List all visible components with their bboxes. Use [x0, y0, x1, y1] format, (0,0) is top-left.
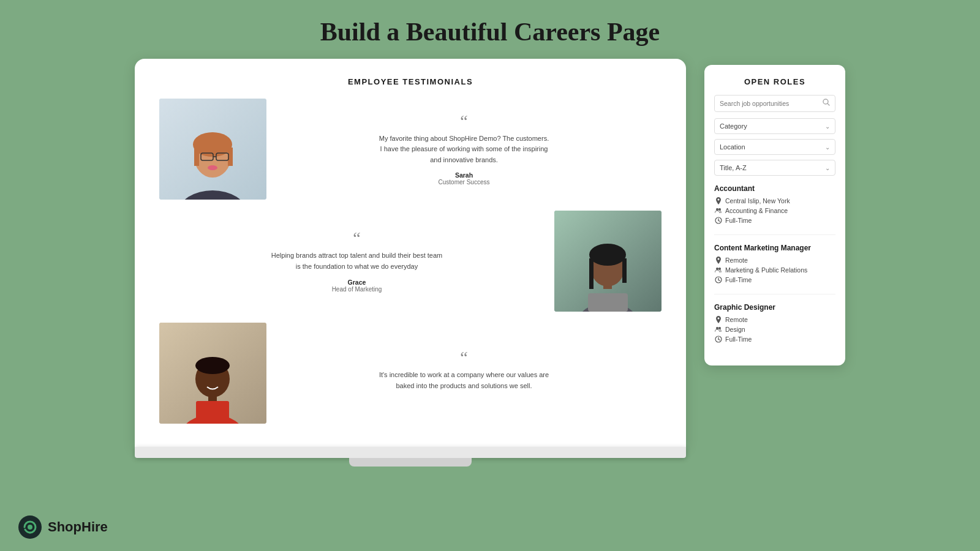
- clock-icon: [714, 335, 722, 343]
- quote-mark-grace: “: [178, 230, 536, 247]
- logo-text: ShopHire: [48, 519, 108, 535]
- department-icon: [714, 206, 722, 214]
- search-icon: [823, 99, 830, 108]
- sort-filter[interactable]: Title, A-Z ⌄: [714, 160, 835, 176]
- quote-role-grace: Head of Marketing: [178, 286, 536, 293]
- category-label: Category: [720, 122, 747, 130]
- clock-icon: [714, 216, 722, 224]
- chevron-down-icon: ⌄: [825, 123, 830, 130]
- job-location-detail: Central Islip, New York: [714, 197, 835, 204]
- laptop-stand: [349, 458, 472, 467]
- quote-body-grace: Helping brands attract top talent and bu…: [271, 250, 443, 272]
- quote-name-sarah: Sarah: [285, 171, 643, 179]
- laptop-base: [135, 447, 686, 458]
- svg-line-34: [718, 220, 720, 221]
- testimonial-photo-grace: [554, 211, 662, 312]
- svg-point-11: [208, 165, 217, 170]
- svg-line-44: [718, 339, 720, 340]
- quote-name-grace: Grace: [178, 279, 536, 286]
- search-input[interactable]: [720, 100, 823, 107]
- category-filter[interactable]: Category ⌄: [714, 118, 835, 134]
- job-department-text: Accounting & Finance: [725, 207, 788, 214]
- quote-body-man: It's incredible to work at a company whe…: [379, 370, 550, 391]
- svg-point-30: [716, 208, 718, 211]
- shophire-logo: ShopHire: [18, 515, 108, 539]
- department-icon: [714, 325, 722, 333]
- testimonials-heading: EMPLOYEE TESTIMONIALS: [159, 77, 662, 86]
- svg-rect-27: [196, 401, 229, 424]
- job-location-detail: Remote: [714, 256, 835, 264]
- job-listing-graphic-designer[interactable]: Graphic Designer Remote: [714, 303, 835, 353]
- search-box[interactable]: [714, 95, 835, 112]
- testimonial-photo-sarah: [159, 99, 266, 200]
- quote-mark: “: [285, 113, 643, 130]
- job-department-detail: Design: [714, 325, 835, 333]
- open-roles-panel: OPEN ROLES Category ⌄ Location ⌄ Title, …: [704, 65, 845, 365]
- quote-role-sarah: Customer Success: [285, 179, 643, 186]
- location-label: Location: [720, 143, 745, 151]
- job-type-text: Full-Time: [725, 276, 752, 283]
- job-title: Content Marketing Manager: [714, 244, 835, 252]
- testimonial-row-grace: “ Helping brands attract top talent and …: [159, 211, 662, 312]
- svg-point-31: [718, 208, 721, 211]
- job-department-detail: Accounting & Finance: [714, 206, 835, 214]
- department-icon: [714, 266, 722, 274]
- laptop-screen: EMPLOYEE TESTIMONIALS: [135, 59, 686, 447]
- job-location-text: Remote: [725, 257, 748, 264]
- quote-body-sarah: My favorite thing about ShopHire Demo? T…: [379, 133, 550, 166]
- shophire-logo-icon: [18, 515, 42, 539]
- panel-title: OPEN ROLES: [714, 77, 835, 86]
- chevron-down-icon: ⌄: [825, 144, 830, 151]
- chevron-down-icon: ⌄: [825, 165, 830, 171]
- svg-rect-20: [588, 293, 628, 312]
- svg-rect-18: [589, 258, 594, 289]
- location-icon: [714, 315, 722, 323]
- job-type-detail: Full-Time: [714, 216, 835, 224]
- svg-point-46: [28, 525, 32, 530]
- testimonial-text-grace: “ Helping brands attract top talent and …: [159, 223, 554, 298]
- svg-rect-19: [622, 258, 627, 283]
- page-title: Build a Beautiful Careers Page: [0, 0, 980, 59]
- job-department-detail: Marketing & Public Relations: [714, 266, 835, 274]
- job-type-text: Full-Time: [725, 335, 752, 343]
- job-listing-accountant[interactable]: Accountant Central Islip, New York: [714, 184, 835, 235]
- job-location-text: Remote: [725, 316, 748, 323]
- svg-point-41: [718, 327, 721, 329]
- laptop-mockup: EMPLOYEE TESTIMONIALS: [135, 59, 686, 467]
- job-title: Graphic Designer: [714, 303, 835, 312]
- svg-point-36: [718, 268, 721, 270]
- main-layout: EMPLOYEE TESTIMONIALS: [0, 59, 980, 467]
- job-title: Accountant: [714, 184, 835, 193]
- job-listing-content-marketing[interactable]: Content Marketing Manager Remote: [714, 244, 835, 294]
- location-filter[interactable]: Location ⌄: [714, 139, 835, 155]
- job-location-detail: Remote: [714, 315, 835, 323]
- svg-line-29: [827, 103, 829, 105]
- testimonial-text-sarah: “ My favorite thing about ShopHire Demo?…: [266, 107, 662, 192]
- quote-mark-man: “: [285, 349, 643, 366]
- location-icon: [714, 256, 722, 264]
- svg-line-39: [718, 280, 720, 280]
- location-icon: [714, 197, 722, 204]
- job-type-text: Full-Time: [725, 217, 752, 224]
- testimonial-text-man: “ It's incredible to work at a company w…: [266, 343, 662, 403]
- clock-icon: [714, 276, 722, 283]
- svg-point-35: [716, 268, 718, 270]
- testimonial-row-man: “ It's incredible to work at a company w…: [159, 323, 662, 424]
- job-type-detail: Full-Time: [714, 335, 835, 343]
- job-location-text: Central Islip, New York: [725, 197, 790, 204]
- sort-label: Title, A-Z: [720, 164, 747, 171]
- svg-point-40: [716, 327, 718, 329]
- job-department-text: Design: [725, 326, 745, 333]
- svg-point-17: [589, 244, 626, 266]
- svg-rect-6: [194, 148, 199, 166]
- svg-point-26: [195, 357, 230, 374]
- testimonial-photo-man: [159, 323, 266, 424]
- job-type-detail: Full-Time: [714, 276, 835, 283]
- testimonials-grid: “ My favorite thing about ShopHire Demo?…: [159, 99, 662, 435]
- job-department-text: Marketing & Public Relations: [725, 266, 807, 274]
- testimonial-row: “ My favorite thing about ShopHire Demo?…: [159, 99, 662, 200]
